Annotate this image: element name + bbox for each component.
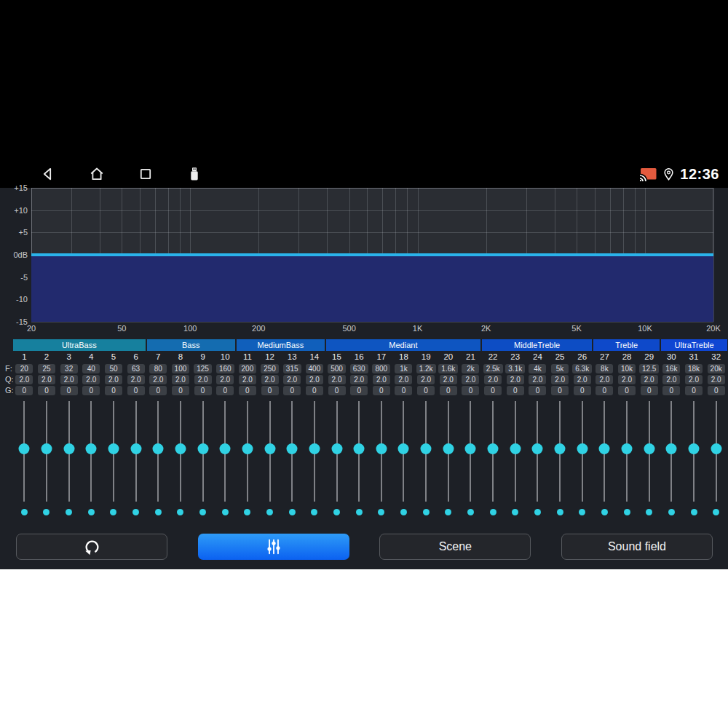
slider-knob[interactable] bbox=[622, 443, 633, 454]
slider-knob[interactable] bbox=[41, 443, 52, 454]
slider-knob[interactable] bbox=[532, 443, 543, 454]
band-cell: 2.0 bbox=[214, 374, 237, 384]
x-axis-label: 100 bbox=[161, 324, 219, 333]
usb-button[interactable] bbox=[186, 165, 203, 183]
slider-knob[interactable] bbox=[599, 443, 610, 454]
eq-band-slider[interactable] bbox=[258, 400, 281, 502]
eq-band-slider[interactable] bbox=[13, 400, 36, 502]
equalizer-button[interactable] bbox=[198, 534, 349, 560]
band-q-value: 2.0 bbox=[216, 375, 234, 384]
eq-band-slider[interactable] bbox=[549, 400, 571, 502]
slider-knob[interactable] bbox=[398, 443, 409, 454]
eq-band-slider[interactable] bbox=[593, 400, 616, 502]
eq-band-slider[interactable] bbox=[526, 400, 549, 502]
band-cell: 10k bbox=[616, 363, 638, 373]
eq-band-slider[interactable] bbox=[437, 400, 459, 502]
reset-icon bbox=[82, 537, 102, 557]
eq-band-slider[interactable] bbox=[571, 400, 593, 502]
slider-knob[interactable] bbox=[264, 443, 275, 454]
slider-knob[interactable] bbox=[108, 443, 119, 454]
slider-knob[interactable] bbox=[153, 443, 164, 454]
eq-band-slider[interactable] bbox=[36, 400, 58, 502]
slider-knob[interactable] bbox=[510, 443, 521, 454]
slider-knob[interactable] bbox=[309, 443, 320, 454]
band-q-value: 2.0 bbox=[172, 375, 189, 384]
eq-band-slider[interactable] bbox=[58, 400, 80, 502]
band-dot bbox=[244, 509, 250, 515]
eq-band-slider[interactable] bbox=[660, 400, 683, 502]
sound-field-button[interactable]: Sound field bbox=[561, 534, 713, 560]
x-axis-label: 5K bbox=[547, 324, 606, 333]
slider-knob[interactable] bbox=[689, 443, 700, 454]
eq-band-slider[interactable] bbox=[371, 400, 393, 502]
slider-knob[interactable] bbox=[465, 443, 476, 454]
eq-band-slider[interactable] bbox=[705, 400, 727, 502]
band-f-value: 1.2k bbox=[416, 364, 436, 373]
slider-knob[interactable] bbox=[130, 443, 141, 454]
eq-band-slider[interactable] bbox=[124, 400, 147, 502]
band-g-value: 0 bbox=[641, 386, 658, 395]
eq-band-slider[interactable] bbox=[616, 400, 638, 502]
back-button[interactable] bbox=[39, 165, 57, 183]
slider-knob[interactable] bbox=[63, 443, 74, 454]
slider-knob[interactable] bbox=[197, 443, 208, 454]
slider-knob[interactable] bbox=[644, 443, 654, 454]
eq-band-slider[interactable] bbox=[191, 400, 214, 502]
eq-band-slider[interactable] bbox=[170, 400, 192, 502]
slider-knob[interactable] bbox=[287, 443, 298, 454]
dot-cell bbox=[80, 508, 103, 515]
slider-knob[interactable] bbox=[488, 443, 499, 454]
band-cell: 2.0 bbox=[237, 374, 259, 384]
eq-band-slider[interactable] bbox=[638, 400, 660, 502]
slider-knob[interactable] bbox=[421, 443, 432, 454]
eq-band-slider[interactable] bbox=[459, 400, 482, 502]
slider-knob[interactable] bbox=[376, 443, 387, 454]
band-dot bbox=[177, 509, 183, 515]
recents-button[interactable] bbox=[137, 165, 154, 183]
eq-band-slider[interactable] bbox=[392, 400, 415, 502]
slider-knob[interactable] bbox=[354, 443, 365, 454]
eq-band-slider[interactable] bbox=[237, 400, 259, 502]
slider-knob[interactable] bbox=[220, 443, 231, 454]
slider-knob[interactable] bbox=[555, 443, 566, 454]
slider-knob[interactable] bbox=[331, 443, 342, 454]
scene-button[interactable]: Scene bbox=[379, 534, 531, 560]
eq-band-slider[interactable] bbox=[415, 400, 438, 502]
eq-band-slider[interactable] bbox=[304, 400, 326, 502]
band-f-value: 20k bbox=[708, 364, 725, 373]
slider-knob[interactable] bbox=[242, 443, 253, 454]
eq-band-slider[interactable] bbox=[214, 400, 237, 502]
band-cell: 2.0 bbox=[191, 374, 214, 384]
band-f-value: 125 bbox=[194, 364, 212, 373]
slider-knob[interactable] bbox=[443, 443, 454, 454]
band-dot bbox=[601, 509, 608, 515]
eq-band-slider[interactable] bbox=[103, 400, 125, 502]
eq-band-slider[interactable] bbox=[482, 400, 505, 502]
dot-cell bbox=[237, 508, 259, 515]
eq-band-slider[interactable] bbox=[504, 400, 526, 502]
eq-band-slider[interactable] bbox=[683, 400, 705, 502]
home-button[interactable] bbox=[88, 165, 106, 183]
slider-knob[interactable] bbox=[711, 443, 721, 454]
band-dot bbox=[199, 509, 206, 515]
band-cell: 2.0 bbox=[415, 374, 438, 384]
band-q-value: 2.0 bbox=[529, 375, 546, 384]
eq-band-slider[interactable] bbox=[325, 400, 348, 502]
slider-knob[interactable] bbox=[19, 443, 30, 454]
eq-band-slider[interactable] bbox=[80, 400, 103, 502]
band-g-value: 0 bbox=[574, 386, 591, 395]
reset-button[interactable] bbox=[16, 534, 167, 560]
band-cell: 2.0 bbox=[549, 374, 571, 384]
band-dot bbox=[21, 509, 28, 515]
eq-band-slider[interactable] bbox=[147, 400, 170, 502]
slider-knob[interactable] bbox=[577, 443, 587, 454]
band-g-value: 0 bbox=[350, 386, 368, 395]
eq-band-slider[interactable] bbox=[348, 400, 371, 502]
band-cell: 80 bbox=[147, 363, 170, 373]
eq-band-slider[interactable] bbox=[281, 400, 304, 502]
slider-knob[interactable] bbox=[175, 443, 186, 454]
band-number: 17 bbox=[376, 352, 386, 361]
dot-cell bbox=[437, 508, 459, 515]
slider-knob[interactable] bbox=[666, 443, 677, 454]
slider-knob[interactable] bbox=[86, 443, 97, 454]
